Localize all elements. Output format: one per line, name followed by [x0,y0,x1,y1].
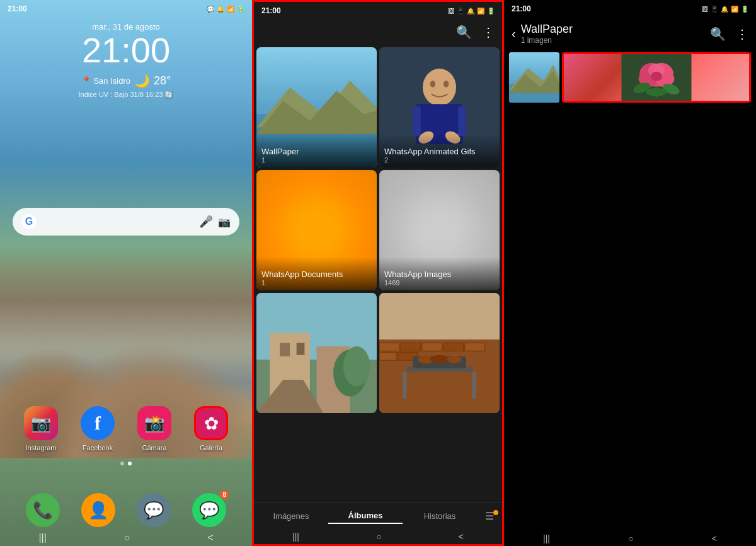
back-button[interactable]: < [207,532,213,543]
camera-icon: 📸 [137,406,171,440]
app-facebook[interactable]: f Facebook [75,406,120,452]
home-time: 21:00 [0,33,252,68]
album-outdoor1[interactable] [256,293,377,413]
wp-small-thumb[interactable] [509,52,559,103]
recent-apps-button[interactable]: ||| [38,532,46,543]
tab-albumes[interactable]: Álbumes [328,508,403,524]
svg-point-37 [430,355,449,363]
album-images-count: 1469 [384,279,495,287]
whatsapp-dock-icon[interactable]: 💬 8 [192,493,226,527]
app-instagram[interactable]: 📷 Instagram [18,406,64,452]
dot-2 [128,462,132,465]
svg-rect-29 [465,343,485,351]
home-button[interactable]: ○ [124,532,130,543]
home-navigation-bar: ||| ○ < [0,532,252,543]
home-clock-info: mar., 31 de agosto 21:00 📍 San Isidro 🌙 … [0,22,252,99]
tab-menu-icon[interactable]: ☰ [477,510,502,522]
svg-point-50 [651,72,663,81]
gallery-search-icon[interactable]: 🔍 [456,25,472,40]
gallery-status-icons: 🖼📱🔔📶🔋 [448,8,495,14]
messages-dock-icon[interactable]: 💬 [137,493,171,527]
wp-title: WallPaper [521,23,700,36]
gallery-status-bar: 21:00 🖼📱🔔📶🔋 [254,2,502,20]
album-gifs-overlay: WhatsApp Animated Gifs 2 [379,134,500,168]
galeria-icon: ✿ [194,406,228,440]
album-gifs-count: 2 [384,156,495,164]
svg-point-12 [444,81,449,88]
album-outdoor2-thumb [379,293,500,413]
svg-rect-17 [280,343,290,356]
google-logo: G [21,214,37,229]
status-icons: 💬🔔📶🔋 [207,6,244,13]
gallery-tabs: Imágenes Álbumes Historias ☰ [254,503,502,526]
gallery-header: 🔍 ⋮ [254,20,502,45]
svg-rect-30 [379,352,396,360]
dock-row: 📞 👤 💬 💬 8 [0,493,252,527]
instagram-label: Instagram [26,444,57,452]
app-galeria[interactable]: ✿ Galería [188,406,234,452]
instagram-icon: 📷 [24,406,58,440]
location-label: 📍 San Isidro [81,76,130,86]
gallery-navigation-bar: ||| ○ < [254,532,502,542]
gallery-status-time: 21:00 [261,6,281,15]
svg-rect-23 [379,293,500,339]
wp-search-icon[interactable]: 🔍 [710,26,726,42]
wp-main-thumb[interactable] [562,52,751,103]
temperature-label: 28° [154,74,171,88]
album-images-name: WhatsApp Images [384,270,495,279]
gallery-home-button[interactable]: ○ [376,532,381,542]
albums-grid: WallPaper 1 [254,45,502,416]
whatsapp-badge: 8 [220,491,229,499]
album-outdoor2[interactable] [379,293,500,413]
wp-back-nav-button[interactable]: < [712,533,717,543]
album-docs-overlay: WhatsApp Documents 1 [256,257,377,290]
status-time: 21:00 [8,4,27,13]
gallery-recent-button[interactable]: ||| [292,532,299,542]
album-images-overlay: WhatsApp Images 1469 [379,257,500,290]
album-docs-name: WhatsApp Documents [261,270,372,279]
app-camera[interactable]: 📸 Cámara [132,406,177,452]
wp-status-icons: 🖼📱🔔📶🔋 [702,6,748,13]
lens-icon[interactable]: 📷 [218,216,231,228]
album-whatsapp-gifs[interactable]: WhatsApp Animated Gifs 2 [379,47,500,168]
gallery-menu-icon[interactable]: ⋮ [482,25,495,40]
galeria-label: Galería [200,444,222,452]
wp-thumbnail-grid [504,50,756,105]
wp-home-button[interactable]: ○ [628,533,633,543]
facebook-icon: f [81,406,115,440]
phone-dock-icon[interactable]: 📞 [26,493,60,527]
album-whatsapp-docs[interactable]: WhatsApp Documents 1 [256,170,377,290]
gallery-albums-screen: 21:00 🖼📱🔔📶🔋 🔍 ⋮ [252,0,504,546]
mic-icon[interactable]: 🎤 [199,215,213,229]
wp-subtitle: 1 imagen [521,36,700,45]
svg-point-11 [430,81,435,88]
svg-rect-34 [403,372,406,398]
svg-rect-7 [413,106,421,136]
svg-rect-18 [297,343,305,355]
svg-rect-25 [379,343,399,351]
status-bar: 21:00 💬🔔📶🔋 [0,0,252,18]
svg-rect-27 [422,343,442,351]
tab-imagenes[interactable]: Imágenes [254,509,328,523]
wp-navigation-bar: ||| ○ < [504,533,756,543]
album-wallpaper[interactable]: WallPaper 1 [256,47,377,168]
wallpaper-album-screen: 21:00 🖼📱🔔📶🔋 ‹ WallPaper 1 imagen 🔍 ⋮ [504,0,756,546]
wp-back-button[interactable]: ‹ [512,26,516,41]
album-wallpaper-overlay: WallPaper 1 [256,134,377,168]
weather-icon: 🌙 [134,73,150,88]
dot-1 [120,462,124,465]
uv-index: Índice UV : Bajo 31/8 16:23 🔄 [0,91,252,99]
gallery-back-button[interactable]: < [459,532,464,542]
svg-rect-8 [458,106,466,136]
app-row: 📷 Instagram f Facebook 📸 Cámara ✿ Galerí… [0,406,252,452]
tab-historias[interactable]: Historias [403,509,477,523]
search-bar[interactable]: G 🎤 📷 [13,208,239,236]
home-weather: 📍 San Isidro 🌙 28° [0,73,252,88]
contacts-dock-icon[interactable]: 👤 [81,493,115,527]
svg-rect-28 [444,343,464,351]
camera-label: Cámara [142,444,166,452]
wp-recent-button[interactable]: ||| [543,533,550,543]
svg-rect-35 [472,372,476,398]
album-whatsapp-images[interactable]: WhatsApp Images 1469 [379,170,500,290]
wp-menu-icon[interactable]: ⋮ [736,26,748,42]
